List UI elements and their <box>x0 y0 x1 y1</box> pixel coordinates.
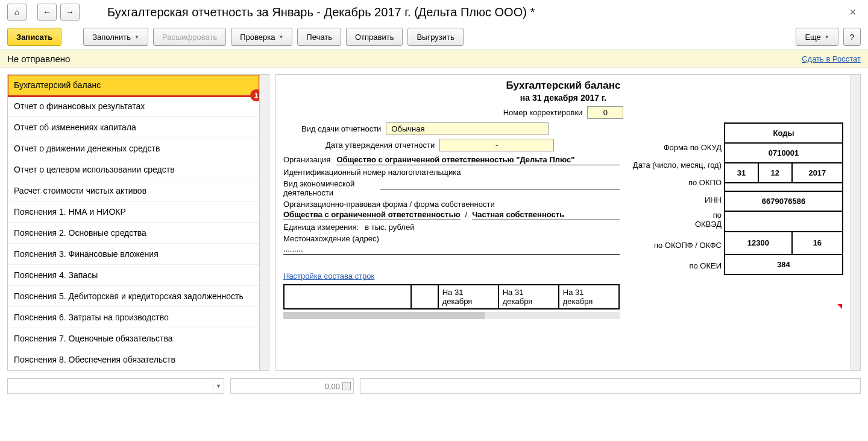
caret-down-icon: ▼ <box>134 34 139 40</box>
more-label: Еще <box>805 33 820 42</box>
help-button[interactable]: ? <box>843 28 861 46</box>
print-button[interactable]: Печать <box>297 28 341 46</box>
sidebar-item[interactable]: Пояснения 1. НМА и НИОКР <box>8 201 259 223</box>
close-icon[interactable]: × <box>844 6 861 19</box>
home-button[interactable]: ⌂ <box>7 4 27 21</box>
address-value[interactable]: ......... <box>283 244 620 255</box>
form-label: Организационно-правовая форма / форма со… <box>283 200 495 209</box>
submit-type-value[interactable]: Обычная <box>386 122 549 135</box>
okved-value <box>725 211 843 232</box>
okei-label: по ОКЕИ <box>631 258 724 275</box>
send-label: Отправить <box>355 33 394 42</box>
date-m: 12 <box>758 163 792 183</box>
date-d: 31 <box>725 163 758 183</box>
check-label: Проверка <box>240 33 275 42</box>
col2: На 31 декабря <box>503 288 533 306</box>
col1: На 31 декабря <box>442 288 473 306</box>
decode-button[interactable]: Расшифровать <box>153 28 226 46</box>
okved-label: поОКВЭД <box>631 209 724 232</box>
correction-value[interactable]: 0 <box>587 106 623 119</box>
sidebar-item[interactable]: Расчет стоимости чистых активов <box>8 180 259 201</box>
date-y: 2017 <box>792 163 843 183</box>
save-label: Записать <box>16 33 52 42</box>
calculator-icon[interactable] <box>342 382 351 390</box>
unit-label: Единица измерения: <box>283 223 359 232</box>
help-label: ? <box>850 33 854 42</box>
status-text: Не отправлено <box>7 54 70 64</box>
h-scrollbar[interactable] <box>283 312 620 319</box>
more-button[interactable]: Еще▼ <box>796 28 838 46</box>
fill-button[interactable]: Заполнить▼ <box>83 28 148 46</box>
bottom-combo[interactable]: ▼ <box>7 378 224 394</box>
activity-value[interactable] <box>380 179 620 189</box>
left-scrollbar[interactable] <box>260 74 269 371</box>
bottom-text-field[interactable] <box>360 378 861 394</box>
form-sep: / <box>465 210 468 220</box>
print-label: Печать <box>306 33 332 42</box>
sidebar-item[interactable]: Пояснения 3. Финансовые вложения <box>8 244 259 265</box>
fill-label: Заполнить <box>92 33 131 42</box>
unit-value: в тыс. рублей <box>365 223 414 232</box>
export-button[interactable]: Выгрузить <box>407 28 463 46</box>
sidebar-item[interactable]: Отчет о движении денежных средств <box>8 138 259 159</box>
col3: На 31 декабря <box>563 288 593 306</box>
inn-value: 6679076586 <box>725 191 843 211</box>
sidebar-item[interactable]: Пояснения 6. Затраты на производство <box>8 307 259 328</box>
org-label: Организация <box>283 155 330 164</box>
okud-value: 0710001 <box>725 143 843 163</box>
sidebar-item[interactable]: Пояснения 7. Оценочные обязательства <box>8 328 259 349</box>
back-button[interactable]: ← <box>37 4 57 21</box>
sidebar-item[interactable]: Пояснения 5. Дебиторская и кредиторская … <box>8 286 259 307</box>
save-button[interactable]: Записать <box>7 28 61 46</box>
sidebar-item[interactable]: Пояснения 4. Запасы <box>8 265 259 286</box>
sections-list: Бухгалтерский баланс 1 Отчет о финансовы… <box>7 74 260 371</box>
rows-config-link[interactable]: Настройка состава строк <box>283 271 374 281</box>
caret-down-icon: ▼ <box>825 34 829 40</box>
submit-type-label: Вид сдачи отчетности <box>301 124 381 133</box>
send-button[interactable]: Отправить <box>346 28 403 46</box>
bottom-number-field[interactable]: 0,00 <box>230 378 354 394</box>
sidebar-item[interactable]: Пояснения 2. Основные средства <box>8 223 259 244</box>
inn-text-label: Идентификационный номер налогоплательщик… <box>283 168 461 177</box>
form-value1[interactable]: Общества с ограниченной ответственностью <box>283 210 461 220</box>
okfs-value: 16 <box>792 232 843 255</box>
okud-label: Форма по ОКУД <box>631 139 724 157</box>
correction-label: Номер корректировки <box>503 108 583 117</box>
okopf-label: по ОКОПФ / ОКФС <box>631 232 724 258</box>
sidebar-item[interactable]: Отчет об изменениях капитала <box>8 117 259 138</box>
sidebar-item[interactable]: Пояснения 8. Обеспечения обязательств <box>8 349 259 370</box>
codes-table: Коды 0710001 31 12 2017 6679076586 12300 <box>724 122 843 275</box>
caret-down-icon: ▼ <box>278 34 283 40</box>
page-title: Бухгалтерская отчетность за Январь - Дек… <box>107 5 535 19</box>
approve-date-label: Дата утверждения отчетности <box>326 141 435 150</box>
date-label: Дата (число, месяц, год) <box>631 157 724 174</box>
codes-header: Коды <box>725 123 843 143</box>
inn-label: ИНН <box>631 192 724 209</box>
org-value[interactable]: Общество с ограниченной ответственностью… <box>336 155 619 165</box>
check-button[interactable]: Проверка▼ <box>231 28 292 46</box>
okei-value: 384 <box>725 255 843 274</box>
sidebar-item[interactable]: Отчет о целевом использовании средств <box>8 159 259 180</box>
export-label: Выгрузить <box>417 33 454 42</box>
form-value2[interactable]: Частная собственность <box>472 210 620 220</box>
forward-button[interactable]: → <box>60 4 80 21</box>
caret-down-icon: ▼ <box>213 383 224 389</box>
address-label: Местонахождение (адрес) <box>283 234 379 243</box>
warning-icon <box>837 304 842 309</box>
sidebar-item-balance[interactable]: Бухгалтерский баланс <box>8 75 259 96</box>
document-area: Бухгалтерский баланс на 31 декабря 2017 … <box>276 75 851 370</box>
activity-label: Вид экономической деятельности <box>283 179 374 197</box>
submit-rosstat-link[interactable]: Сдать в Росстат <box>802 54 861 63</box>
okopf-value: 12300 <box>725 232 792 255</box>
doc-heading: Бухгалтерский баланс <box>283 80 843 92</box>
right-scrollbar[interactable] <box>851 75 860 370</box>
bottom-num-value: 0,00 <box>325 382 340 391</box>
okpo-label: по ОКПО <box>631 174 724 192</box>
sidebar-item[interactable]: Отчет о финансовых результатах <box>8 96 259 117</box>
doc-sub: на 31 декабря 2017 г. <box>283 93 843 103</box>
decode-label: Расшифровать <box>162 33 217 42</box>
okpo-value <box>725 183 843 191</box>
table-header: На 31 декабря На 31 декабря На 31 декабр… <box>283 284 620 309</box>
approve-date-value[interactable]: - <box>439 139 554 151</box>
